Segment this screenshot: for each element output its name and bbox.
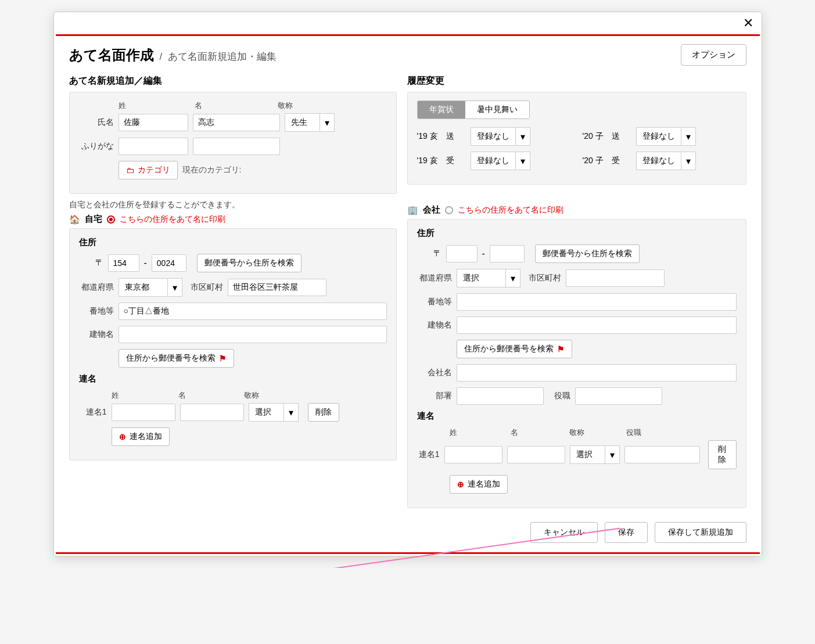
- home-header: 🏠 自宅 こちらの住所をあて名に印刷: [69, 214, 397, 225]
- building-icon: 🏢: [407, 205, 418, 215]
- chevron-down-icon: ▾: [605, 445, 620, 464]
- company-banchi-label: 番地等: [417, 297, 452, 307]
- renmei1-sei-input[interactable]: [112, 404, 175, 421]
- company-radio[interactable]: [445, 206, 453, 214]
- current-category-label: 現在のカテゴリ:: [182, 165, 242, 175]
- company-name-input[interactable]: [457, 364, 737, 382]
- tab-shochumimai[interactable]: 暑中見舞い: [465, 101, 529, 118]
- titlebar: ✕: [54, 12, 762, 34]
- col-sei-label: 姓: [119, 100, 126, 111]
- banchi-input[interactable]: [119, 303, 387, 320]
- furigana-mei-input[interactable]: [193, 138, 280, 155]
- history-20-recv-label: '20 子 受: [583, 156, 629, 166]
- company-renmei1-delete-button[interactable]: 削除: [708, 440, 737, 469]
- company-address-subheader: 住所: [417, 228, 737, 239]
- company-renmei-sei-label: 姓: [450, 427, 457, 438]
- company-building-input[interactable]: [457, 316, 737, 334]
- history-20-recv-select[interactable]: 登録なし ▾: [636, 152, 696, 170]
- name-panel: 姓 名 敬称 氏名 先生 ▾ ふりがな: [69, 92, 397, 194]
- close-button[interactable]: ✕: [739, 15, 757, 32]
- add-renmei-button[interactable]: ⊕ 連名追加: [112, 427, 170, 446]
- address-subheader: 住所: [79, 237, 387, 248]
- history-19-recv-label: '19 亥 受: [417, 156, 464, 166]
- postal-dash: -: [144, 258, 147, 268]
- chevron-down-icon: ▾: [515, 127, 530, 146]
- category-button[interactable]: 🗀 カテゴリ: [119, 161, 178, 179]
- chevron-down-icon: ▾: [681, 152, 696, 170]
- renmei-subheader: 連名: [79, 373, 387, 384]
- company-add-renmei-button[interactable]: ⊕ 連名追加: [450, 475, 508, 494]
- company-print-note: こちらの住所をあて名に印刷: [458, 205, 563, 215]
- dialog-window: ✕ あて名面作成 / あて名面新規追加・編集 オプション あて名新規追加／編集 …: [53, 12, 762, 556]
- renmei1-keisho-select[interactable]: 選択 ▾: [249, 403, 299, 422]
- search-postal-from-address-button[interactable]: 住所から郵便番号を検索 ⚑: [119, 349, 234, 368]
- tab-nengajo[interactable]: 年賀状: [418, 101, 465, 118]
- company-header: 🏢 会社 こちらの住所をあて名に印刷: [407, 204, 746, 215]
- add-renmei-label: 連名追加: [130, 431, 162, 442]
- chevron-down-icon: ▾: [505, 269, 520, 287]
- company-banchi-input[interactable]: [457, 293, 737, 311]
- company-renmei-subheader: 連名: [417, 411, 737, 422]
- right-column: 履歴変更 年賀状 暑中見舞い '19 亥 送 登録なし ▾ '20: [407, 71, 746, 508]
- role-input[interactable]: [575, 387, 662, 405]
- pref-select[interactable]: 東京都 ▾: [119, 278, 182, 297]
- postal1-input[interactable]: [108, 254, 139, 272]
- company-search-address-button[interactable]: 郵便番号から住所を検索: [535, 244, 640, 263]
- building-input[interactable]: [119, 326, 387, 343]
- company-postal2-input[interactable]: [490, 245, 525, 262]
- dept-input[interactable]: [457, 387, 544, 405]
- keisho-select[interactable]: 先生 ▾: [285, 113, 335, 132]
- mei-input[interactable]: [193, 114, 280, 131]
- company-address-panel: 住所 〒 - 郵便番号から住所を検索 都道府県 選択 ▾ 市区町村: [407, 219, 746, 508]
- renmei-mei-label: 名: [178, 390, 186, 401]
- company-city-input[interactable]: [566, 269, 665, 287]
- company-pref-select[interactable]: 選択 ▾: [457, 269, 520, 287]
- renmei1-keisho-value: 選択: [249, 403, 283, 422]
- company-name-label: 会社名: [417, 368, 452, 378]
- renmei-sei-label: 姓: [112, 390, 119, 401]
- flag-icon: ⚑: [557, 344, 565, 354]
- options-button[interactable]: オプション: [681, 44, 746, 66]
- company-postal1-input[interactable]: [446, 245, 477, 262]
- left-column: あて名新規追加／編集 姓 名 敬称 氏名 先生 ▾ ふりが: [69, 71, 397, 508]
- history-19-send-select[interactable]: 登録なし ▾: [471, 127, 530, 146]
- home-icon: 🏠: [69, 214, 80, 225]
- role-label: 役職: [554, 391, 570, 401]
- company-renmei1-keisho-select[interactable]: 選択 ▾: [570, 445, 620, 464]
- history-19-recv-select[interactable]: 登録なし ▾: [471, 152, 530, 170]
- save-and-new-button[interactable]: 保存して新規追加: [655, 522, 746, 543]
- chevron-down-icon: ▾: [319, 113, 335, 132]
- company-renmei-keisho-label: 敬称: [569, 427, 584, 438]
- name-section-title: あて名新規追加／編集: [69, 75, 397, 87]
- furigana-sei-input[interactable]: [119, 138, 188, 155]
- renmei1-mei-input[interactable]: [180, 404, 244, 421]
- company-renmei1-mei-input[interactable]: [507, 446, 565, 463]
- sei-input[interactable]: [119, 114, 188, 131]
- footer: キャンセル 保存 保存して新規追加: [54, 515, 762, 552]
- home-print-note: こちらの住所をあて名に印刷: [120, 214, 225, 225]
- postal-mark: 〒: [95, 258, 103, 268]
- company-city-label: 市区町村: [529, 273, 561, 283]
- history-20-send-label: '20 子 送: [583, 131, 629, 142]
- history-section-title: 履歴変更: [407, 75, 746, 87]
- company-search-postal-button[interactable]: 住所から郵便番号を検索 ⚑: [457, 340, 572, 358]
- chevron-down-icon: ▾: [283, 403, 299, 422]
- col-keisho-label: 敬称: [278, 100, 293, 111]
- home-radio[interactable]: [107, 215, 115, 224]
- search-address-from-postal-button[interactable]: 郵便番号から住所を検索: [197, 254, 301, 272]
- history-20-send-select[interactable]: 登録なし ▾: [636, 127, 696, 146]
- chevron-down-icon: ▾: [515, 152, 530, 170]
- pref-label: 都道府県: [79, 282, 114, 293]
- company-renmei1-sei-input[interactable]: [444, 446, 502, 463]
- category-button-label: カテゴリ: [138, 165, 170, 175]
- save-button[interactable]: 保存: [605, 522, 648, 543]
- company-renmei-role-label: 役職: [626, 427, 641, 438]
- history-tabs: 年賀状 暑中見舞い: [417, 100, 530, 119]
- city-input[interactable]: [228, 279, 326, 296]
- company-renmei1-role-input[interactable]: [624, 446, 700, 463]
- keisho-value: 先生: [285, 113, 319, 132]
- col-mei-label: 名: [195, 100, 202, 111]
- renmei-keisho-label: 敬称: [244, 390, 259, 401]
- renmei1-delete-button[interactable]: 削除: [308, 403, 339, 422]
- postal2-input[interactable]: [152, 254, 186, 272]
